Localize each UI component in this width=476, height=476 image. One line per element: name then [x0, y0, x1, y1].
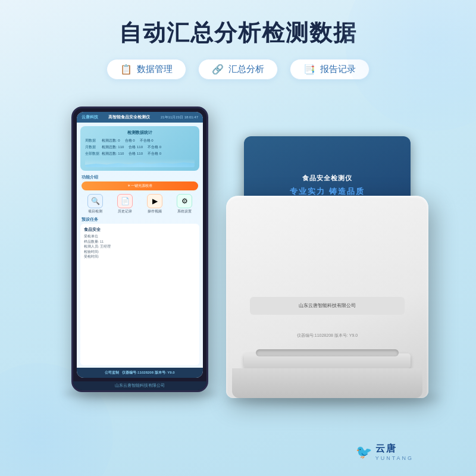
tablet-screen: 云唐科技 高智能食品安全检测仪 21年11月23日 18:01:47 检测数据统…	[77, 112, 203, 378]
yuntang-logo-text-group: 云唐 YUNTANG	[375, 443, 414, 461]
tablet-device: 云唐科技 高智能食品安全检测仪 21年11月23日 18:01:47 检测数据统…	[71, 107, 208, 392]
task-label: 预设任务	[82, 217, 198, 223]
machine-body: 山东云唐智能科技有限公司 仪器编号:11028208 版本号: Y9.0	[226, 196, 428, 398]
task-content: 食品安全 受检单位 样品数量: 11 检测人员: 王经理 检验时间: 受检时间:	[80, 224, 199, 365]
machine-slogan-main: 专业实力 铸造品质	[290, 186, 365, 197]
machine-screen-label: 食品安全检测仪	[302, 174, 352, 183]
tablet-logo: 云唐科技	[82, 114, 98, 120]
one-click-btn[interactable]: ☀ 一键光源校准	[82, 181, 198, 190]
history-icon: 📄	[121, 197, 130, 205]
machine-device-info: 仪器编号:11028208 版本号: Y9.0	[226, 333, 428, 339]
stats-month-data: 检测总数: 110 合格 110 不合格 0	[102, 145, 195, 150]
tablet-icon-settings[interactable]: ⚙ 系统设置	[177, 194, 192, 214]
stats-week-label: 周数据	[85, 138, 102, 143]
tablet-icon-video[interactable]: ▶ 操作视频	[147, 194, 162, 214]
settings-icon: ⚙	[181, 197, 188, 205]
settings-icon-box: ⚙	[177, 194, 192, 208]
summary-icon: 🔗	[212, 64, 224, 75]
tablet-icons-row: 🔍 项目检测 📄 历史记录 ▶ 操作视频	[80, 194, 199, 214]
func-intro-label: 功能介绍	[82, 175, 198, 180]
logo-subtitle: YUNTANG	[375, 455, 414, 461]
feature-btn-report[interactable]: 📑 报告记录	[290, 59, 369, 80]
stats-week-data: 检测总数: 0 合格 0 不合格 0	[102, 138, 195, 143]
stats-row-month: 月数据 检测总数: 110 合格 110 不合格 0	[85, 145, 195, 150]
feature-buttons-row: 📋 数据管理 🔗 汇总分析 📑 报告记录	[0, 59, 476, 80]
tablet-device-title: 高智能食品安全检测仪	[108, 114, 150, 120]
stats-title: 检测数据统计	[85, 130, 195, 136]
yuntang-logo: 🐦 云唐 YUNTANG	[356, 443, 414, 461]
tablet-stats-box: 检测数据统计 周数据 检测总数: 0 合格 0 不合格 0 月数据 检测总数: …	[80, 126, 199, 171]
tablet-icon-history[interactable]: 📄 历史记录	[117, 194, 133, 214]
data-mgmt-label: 数据管理	[137, 64, 173, 75]
project-icon-box: 🔍	[87, 194, 103, 208]
main-device-area: 云唐科技 高智能食品安全检测仪 21年11月23日 18:01:47 检测数据统…	[0, 95, 476, 416]
tablet-header: 云唐科技 高智能食品安全检测仪 21年11月23日 18:01:47	[77, 112, 203, 123]
stats-all-label: 全部数据	[85, 151, 102, 156]
tablet-bottom-company: 山东云唐智能科技有限公司	[73, 381, 206, 390]
task-field-unit: 受检单位	[84, 234, 196, 239]
machine-device: 食品安全检测仪 专业实力 铸造品质 多种行业应用领域的高智能食品安全检测分析仪器…	[226, 136, 428, 398]
task-field-recv-time: 受检时间:	[84, 255, 196, 259]
logo-name: 云唐	[375, 443, 414, 455]
task-field-time: 检验时间:	[84, 250, 196, 254]
stats-row-week: 周数据 检测总数: 0 合格 0 不合格 0	[85, 138, 195, 143]
project-icon: 🔍	[91, 197, 100, 205]
machine-base	[232, 368, 422, 398]
stats-month-label: 月数据	[85, 145, 102, 150]
history-icon-label: 历史记录	[118, 209, 132, 214]
stats-wave-chart	[85, 159, 195, 167]
data-mgmt-icon: 📋	[120, 64, 132, 75]
machine-company-label: 山东云唐智能科技有限公司	[299, 303, 356, 309]
yuntang-logo-icon: 🐦	[356, 444, 372, 460]
task-field-person: 检测人员: 王经理	[84, 245, 196, 249]
video-icon-box: ▶	[147, 194, 162, 208]
stats-all-data: 检测总数: 110 合格 110 不合格 0	[102, 151, 195, 156]
tablet-icon-project[interactable]: 🔍 项目检测	[87, 194, 103, 214]
video-icon: ▶	[152, 197, 158, 205]
stats-row-all: 全部数据 检测总数: 110 合格 110 不合格 0	[85, 151, 195, 156]
report-label: 报告记录	[320, 64, 356, 75]
page-title: 自动汇总分析检测数据	[0, 0, 476, 48]
video-icon-label: 操作视频	[148, 209, 162, 214]
feature-btn-summary[interactable]: 🔗 汇总分析	[198, 59, 278, 80]
machine-slot	[256, 349, 399, 356]
report-icon: 📑	[303, 64, 315, 75]
task-form-title: 食品安全	[84, 227, 196, 233]
task-field-qty: 样品数量: 11	[84, 240, 196, 244]
feature-btn-data-mgmt[interactable]: 📋 数据管理	[107, 59, 186, 80]
tablet-time: 21年11月23日 18:01:47	[161, 115, 198, 120]
settings-icon-label: 系统设置	[177, 209, 192, 214]
summary-label: 汇总分析	[228, 64, 264, 75]
project-icon-label: 项目检测	[88, 209, 102, 214]
tablet-company-monitor: 公司监制 仪器编号:11028208 版本号: Y9.0	[77, 368, 203, 378]
history-icon-box: 📄	[117, 194, 133, 208]
machine-label-panel: 山东云唐智能科技有限公司	[250, 297, 405, 315]
